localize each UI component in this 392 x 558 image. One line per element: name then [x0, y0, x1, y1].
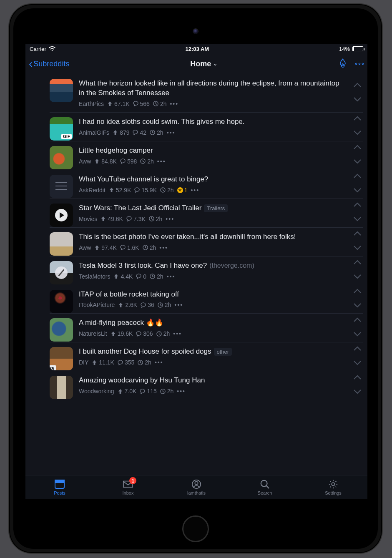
- post-more-button[interactable]: •••: [155, 359, 163, 366]
- upvote-button[interactable]: [353, 201, 362, 209]
- post-upvotes: 97.4K: [94, 244, 117, 251]
- post-more-button[interactable]: •••: [170, 101, 178, 107]
- downvote-button[interactable]: [353, 389, 362, 397]
- upvote-button[interactable]: [353, 317, 362, 324]
- downvote-button[interactable]: [353, 130, 362, 138]
- upvote-button[interactable]: [353, 144, 362, 151]
- more-button[interactable]: [355, 60, 364, 68]
- status-time: 12:03 AM: [186, 46, 209, 52]
- post-subreddit[interactable]: NatureIsLit: [79, 330, 107, 337]
- post-subreddit[interactable]: TeslaMotors: [79, 273, 110, 280]
- post-title: I built another Dog House for spoiled do…: [79, 347, 344, 357]
- upvote-button[interactable]: [353, 230, 362, 238]
- post-comments: 36: [141, 302, 154, 308]
- upvote-button[interactable]: [353, 82, 362, 89]
- downvote-button[interactable]: [353, 274, 362, 282]
- post-thumbnail[interactable]: [50, 261, 73, 284]
- back-label: Subreddits: [33, 60, 69, 68]
- upvote-button[interactable]: [353, 259, 362, 266]
- post-row[interactable]: Tesla Model 3 first look. Can I have one…: [25, 256, 367, 285]
- posts-icon: [54, 479, 65, 489]
- post-comments: 15.9K: [134, 187, 157, 194]
- tab-account[interactable]: iamthatis: [162, 475, 231, 499]
- post-row[interactable]: ITAP of a bottle rocket taking offITookA…: [25, 285, 367, 314]
- post-thumbnail[interactable]: GIF: [50, 117, 73, 141]
- post-comments: 7.3K: [126, 216, 146, 222]
- tab-settings[interactable]: Settings: [299, 475, 367, 499]
- post-thumbnail[interactable]: [50, 175, 73, 198]
- post-row[interactable]: Amazing woodcarving by Hsu Tung HanWoodw…: [25, 371, 367, 400]
- post-gold: ★1: [177, 187, 188, 194]
- svg-point-19: [332, 483, 334, 485]
- settings-icon: [328, 479, 339, 489]
- post-meta: Aww97.4K1.6K2h•••: [79, 244, 344, 251]
- post-subreddit[interactable]: Aww: [79, 244, 91, 251]
- post-more-button[interactable]: •••: [166, 216, 174, 222]
- post-thumbnail[interactable]: [50, 146, 73, 169]
- upvote-button[interactable]: [353, 288, 362, 295]
- downvote-button[interactable]: [353, 245, 362, 253]
- post-row[interactable]: What the horizon looked like in all dire…: [25, 74, 367, 112]
- post-more-button[interactable]: •••: [191, 187, 199, 194]
- post-row[interactable]: Little hedgehog camperAww84.8K5982h•••: [25, 141, 367, 170]
- post-more-button[interactable]: •••: [177, 388, 186, 395]
- post-thumbnail[interactable]: [50, 376, 73, 399]
- post-more-button[interactable]: •••: [157, 158, 166, 165]
- post-row[interactable]: A mid-flying peacock 🔥🔥NatureIsLit19.6K3…: [25, 313, 367, 342]
- post-list[interactable]: What the horizon looked like in all dire…: [25, 74, 367, 475]
- post-thumbnail[interactable]: [50, 318, 73, 342]
- post-comments: 0: [136, 273, 146, 280]
- post-age: 2h: [158, 302, 171, 308]
- post-title: Star Wars: The Last Jedi Official Traile…: [79, 204, 344, 213]
- downvote-button[interactable]: [353, 360, 362, 368]
- downvote-button[interactable]: [353, 332, 362, 339]
- post-row[interactable]: GIFI had no idea sloths could swim. This…: [25, 112, 367, 141]
- post-thumbnail[interactable]: [50, 290, 73, 313]
- post-row[interactable]: This is the best photo I've ever taken..…: [25, 227, 367, 256]
- sort-hot-button[interactable]: [338, 58, 347, 70]
- tab-inbox-label: Inbox: [123, 490, 134, 495]
- downvote-button[interactable]: [353, 216, 362, 224]
- post-comments: 115: [140, 388, 156, 395]
- upvote-button[interactable]: [353, 345, 362, 353]
- post-row[interactable]: What YouTube channel is great to binge?A…: [25, 170, 367, 199]
- tablet-home-button[interactable]: [182, 515, 209, 542]
- post-subreddit[interactable]: DIY: [79, 359, 88, 366]
- post-subreddit[interactable]: AnimalGIFs: [79, 129, 109, 136]
- post-subreddit[interactable]: Aww: [79, 158, 91, 165]
- post-subreddit[interactable]: Movies: [79, 216, 97, 222]
- downvote-button[interactable]: [353, 188, 362, 195]
- back-button[interactable]: ‹ Subreddits: [29, 58, 69, 70]
- downvote-button[interactable]: [353, 97, 362, 104]
- downvote-button[interactable]: [353, 303, 362, 310]
- post-more-button[interactable]: •••: [159, 244, 168, 251]
- more-horizontal-icon: [355, 62, 364, 66]
- post-thumbnail[interactable]: 35: [50, 347, 73, 370]
- post-more-button[interactable]: •••: [167, 129, 176, 136]
- upvote-button[interactable]: [353, 173, 362, 180]
- nav-title-button[interactable]: Home ⌄: [190, 60, 217, 68]
- post-subreddit[interactable]: EarthPics: [79, 101, 104, 107]
- post-flair: other: [214, 348, 232, 356]
- downvote-button[interactable]: [353, 159, 362, 166]
- post-subreddit[interactable]: Woodworking: [79, 388, 114, 395]
- post-comments: 355: [118, 359, 134, 366]
- post-thumbnail[interactable]: [50, 204, 73, 227]
- post-age: 2h: [160, 187, 174, 194]
- post-row[interactable]: 35I built another Dog House for spoiled …: [25, 342, 367, 371]
- post-upvotes: 19.6K: [111, 330, 133, 337]
- upvote-button[interactable]: [353, 374, 362, 382]
- post-subreddit[interactable]: AskReddit: [79, 187, 106, 194]
- post-subreddit[interactable]: ITookAPicture: [79, 302, 115, 308]
- post-row[interactable]: Star Wars: The Last Jedi Official Traile…: [25, 199, 367, 227]
- post-thumbnail[interactable]: [50, 79, 73, 102]
- post-more-button[interactable]: •••: [167, 273, 176, 280]
- post-more-button[interactable]: •••: [174, 302, 183, 308]
- tab-inbox[interactable]: 1 Inbox: [94, 475, 162, 499]
- tab-posts[interactable]: Posts: [25, 475, 94, 499]
- post-more-button[interactable]: •••: [173, 330, 182, 337]
- post-thumbnail[interactable]: [50, 232, 73, 256]
- upvote-button[interactable]: [353, 115, 362, 123]
- post-upvotes: 84.8K: [94, 158, 117, 165]
- tab-search[interactable]: Search: [231, 475, 299, 499]
